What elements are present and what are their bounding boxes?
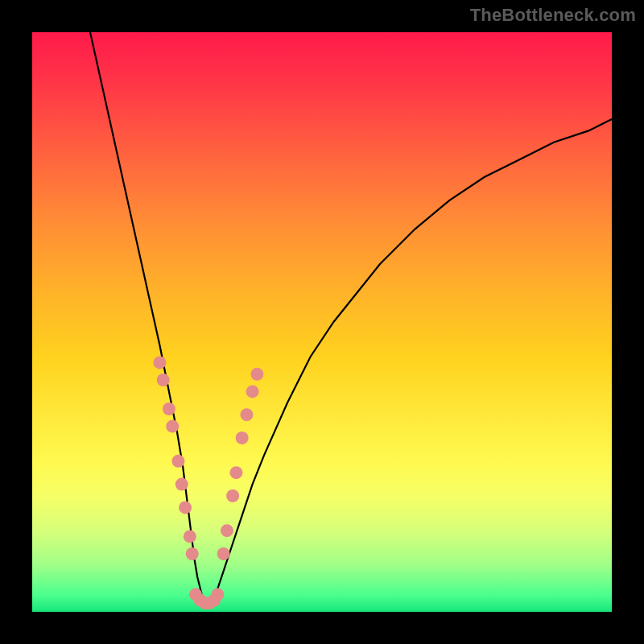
- marker-right: [240, 408, 253, 421]
- marker-left: [171, 455, 184, 468]
- marker-left: [179, 501, 192, 514]
- marker-trough: [211, 588, 224, 601]
- marker-left: [163, 402, 175, 415]
- marker-left: [157, 374, 170, 386]
- marker-left: [153, 356, 166, 369]
- marker-right: [226, 489, 239, 502]
- plot-area: [32, 32, 612, 612]
- marker-right: [236, 431, 249, 444]
- marker-right: [246, 385, 259, 398]
- marker-right: [221, 524, 233, 537]
- curve-svg: [32, 32, 612, 612]
- watermark-text: TheBottleneck.com: [470, 5, 636, 26]
- chart-stage: TheBottleneck.com: [0, 0, 644, 644]
- marker-left: [166, 420, 179, 433]
- marker-right: [229, 466, 242, 479]
- marker-left: [186, 547, 199, 560]
- curve-right: [206, 119, 612, 606]
- curve-left: [90, 32, 206, 606]
- marker-left: [175, 478, 188, 491]
- marker-right: [250, 368, 263, 381]
- marker-right: [217, 547, 230, 560]
- marker-left: [184, 530, 196, 543]
